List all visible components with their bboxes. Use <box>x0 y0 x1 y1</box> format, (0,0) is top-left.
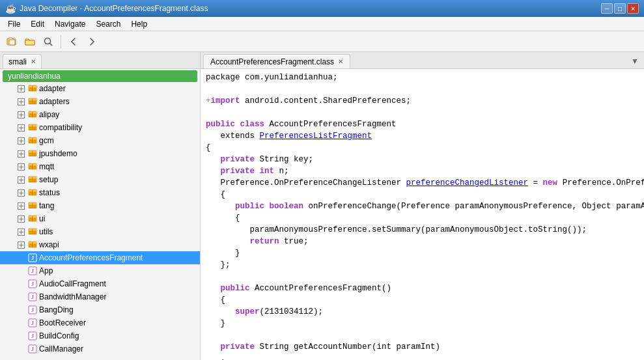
svg-rect-24 <box>33 111 36 114</box>
code-line <box>206 271 644 283</box>
back-button[interactable] <box>66 34 81 49</box>
svg-text:J: J <box>31 307 35 313</box>
close-button[interactable]: ✕ <box>627 3 639 14</box>
tree-item[interactable]: JBangDing <box>0 303 200 316</box>
tree-item[interactable]: gcm <box>0 134 200 147</box>
class-icon: J <box>27 318 38 328</box>
tree-item-label: tang <box>39 201 200 210</box>
tree-item[interactable]: JBuildConfig <box>0 329 200 342</box>
tree-expander <box>16 174 26 185</box>
forward-button[interactable] <box>84 34 100 49</box>
tree-item[interactable]: setup <box>0 173 200 186</box>
code-content: package com.yunliandianhua; +import andr… <box>201 72 644 360</box>
left-tab-smali-label: smali <box>8 57 27 66</box>
tree-item[interactable]: JBootReceiver <box>0 316 200 329</box>
tree-scroll-area[interactable]: yunliandianhua adapteradaptersalipaycomp… <box>0 69 200 360</box>
code-line: +import android.content.SharedPreference… <box>206 95 644 107</box>
tree-item-label: mqtt <box>39 162 200 171</box>
tree-item[interactable]: ui <box>0 212 200 225</box>
tree-item[interactable]: JApp <box>0 264 200 277</box>
svg-rect-94 <box>33 242 36 244</box>
svg-rect-16 <box>29 98 33 101</box>
svg-rect-30 <box>29 124 33 127</box>
open-folder-button[interactable] <box>22 34 38 49</box>
tree-item-label: status <box>39 188 200 197</box>
menu-edit[interactable]: Edit <box>25 18 49 30</box>
tree-item-label: App <box>39 266 200 275</box>
tree-expander <box>16 161 26 172</box>
code-line: { <box>206 294 644 306</box>
editor-tabs: AccountPreferencesFragment.class ✕ <box>203 54 352 68</box>
tree-item[interactable]: alipay <box>0 108 200 121</box>
tree-item[interactable]: JAccountPreferencesFragment <box>0 251 200 264</box>
tree-item[interactable]: adapters <box>0 95 200 108</box>
package-icon <box>27 109 38 120</box>
code-line: extends PreferencesListFragment <box>206 130 644 142</box>
highlighted-folder[interactable]: yunliandianhua <box>3 70 197 82</box>
menu-navigate[interactable]: Navigate <box>49 18 91 30</box>
code-line: Preference.OnPreferenceChangeListener pr… <box>206 177 644 189</box>
tree-expander <box>16 122 26 133</box>
toolbar <box>0 31 644 52</box>
tree-item[interactable]: status <box>0 186 200 199</box>
editor-tab-menu-button[interactable]: ▼ <box>628 54 641 68</box>
code-line <box>206 329 644 341</box>
tree-item-label: adapter <box>39 84 200 93</box>
svg-rect-9 <box>29 85 33 88</box>
tree-expander <box>16 201 26 211</box>
tree-item[interactable]: wxapi <box>0 238 200 251</box>
minimize-button[interactable]: ─ <box>601 3 613 14</box>
tree-item-label: BootReceiver <box>39 318 200 327</box>
svg-rect-31 <box>33 124 36 127</box>
code-line: { <box>206 189 644 201</box>
menu-file[interactable]: File <box>3 18 25 30</box>
code-line: return true; <box>206 236 644 247</box>
tree-item-label: compatibility <box>39 123 200 132</box>
code-editor[interactable]: package com.yunliandianhua; +import andr… <box>201 69 644 360</box>
tree-expander <box>16 96 26 107</box>
editor-tab-account[interactable]: AccountPreferencesFragment.class ✕ <box>203 54 350 68</box>
tree-item-label: BuildConfig <box>39 331 200 340</box>
editor-tab-close[interactable]: ✕ <box>338 58 343 65</box>
package-icon <box>27 227 38 237</box>
svg-rect-17 <box>33 98 36 101</box>
svg-rect-72 <box>29 202 33 205</box>
package-icon <box>27 201 38 211</box>
tree-item-label: BangDing <box>39 305 200 314</box>
tree-item[interactable]: compatibility <box>0 121 200 134</box>
open-file-button[interactable] <box>4 34 20 49</box>
tree-item[interactable]: JBandwidthManager <box>0 290 200 303</box>
package-icon <box>27 187 38 198</box>
code-line: public boolean onPreferenceChange(Prefer… <box>206 201 644 212</box>
svg-rect-59 <box>33 176 36 179</box>
tree-item[interactable]: JCallManager <box>0 342 200 355</box>
class-icon: J <box>27 331 38 341</box>
tree-item-label: setup <box>39 175 200 184</box>
svg-point-2 <box>45 38 51 44</box>
maximize-button[interactable]: □ <box>614 3 626 14</box>
svg-rect-87 <box>33 228 36 231</box>
code-line: . <box>206 353 644 360</box>
tree-item[interactable]: mqtt <box>0 160 200 173</box>
svg-rect-52 <box>33 163 36 166</box>
menu-help[interactable]: Help <box>126 18 152 30</box>
class-icon: J <box>27 305 38 315</box>
tree-item[interactable]: tang <box>0 199 200 212</box>
search-toolbar-button[interactable] <box>40 34 56 49</box>
tree-item[interactable]: JAudioCallFragment <box>0 277 200 290</box>
tree-item[interactable]: utils <box>0 225 200 238</box>
right-panel: AccountPreferencesFragment.class ✕ ▼ pac… <box>201 52 644 360</box>
left-tab-smali-close[interactable]: ✕ <box>31 58 36 65</box>
editor-tab-bar: AccountPreferencesFragment.class ✕ ▼ <box>201 52 644 69</box>
window-title: Java Decompiler - AccountPreferencesFrag… <box>20 4 601 13</box>
package-icon <box>27 122 38 133</box>
tree-item[interactable]: jpushdemo <box>0 147 200 160</box>
class-icon: J <box>27 279 38 289</box>
menu-bar: File Edit Navigate Search Help <box>0 17 644 31</box>
tree-item-label: gcm <box>39 136 200 145</box>
tree-item-label: AudioCallFragment <box>39 279 200 288</box>
menu-search[interactable]: Search <box>91 18 126 30</box>
left-tab-smali[interactable]: smali ✕ <box>3 54 42 68</box>
editor-tab-label: AccountPreferencesFragment.class <box>210 57 334 66</box>
tree-item[interactable]: adapter <box>0 82 200 95</box>
